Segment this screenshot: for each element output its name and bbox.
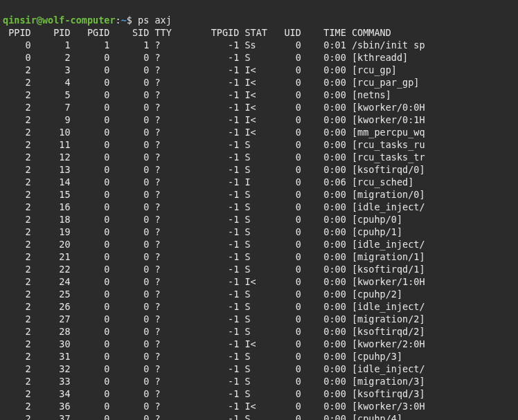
ps-row: 2 33 0 0 ? -1 S 0 0:00 [migration/3] <box>3 376 425 387</box>
ps-row: 2 34 0 0 ? -1 S 0 0:00 [ksoftirqd/3] <box>3 388 425 399</box>
ps-row: 2 12 0 0 ? -1 S 0 0:00 [rcu_tasks_tr <box>3 152 425 163</box>
ps-row: 2 4 0 0 ? -1 I< 0 0:00 [rcu_par_gp] <box>3 77 419 88</box>
ps-row: 0 2 0 0 ? -1 S 0 0:00 [kthreadd] <box>3 52 408 63</box>
ps-row: 2 25 0 0 ? -1 S 0 0:00 [cpuhp/2] <box>3 289 402 300</box>
prompt-path: ~ <box>121 15 127 26</box>
ps-row: 2 9 0 0 ? -1 I< 0 0:00 [kworker/0:1H <box>3 114 425 125</box>
ps-row: 2 16 0 0 ? -1 S 0 0:00 [idle_inject/ <box>3 201 425 212</box>
ps-row: 2 22 0 0 ? -1 S 0 0:00 [ksoftirqd/1] <box>3 264 425 275</box>
ps-row: 2 13 0 0 ? -1 S 0 0:00 [ksoftirqd/0] <box>3 164 425 175</box>
ps-row: 2 20 0 0 ? -1 S 0 0:00 [idle_inject/ <box>3 239 425 250</box>
ps-row: 2 28 0 0 ? -1 S 0 0:00 [ksoftirqd/2] <box>3 326 425 337</box>
command-text[interactable]: ps axj <box>138 15 172 26</box>
ps-row: 2 5 0 0 ? -1 I< 0 0:00 [netns] <box>3 89 391 100</box>
ps-row: 2 26 0 0 ? -1 S 0 0:00 [idle_inject/ <box>3 301 425 312</box>
prompt-separator: : <box>116 15 121 26</box>
ps-rows: 0 1 1 1 ? -1 Ss 0 0:01 /sbin/init sp 0 2… <box>3 39 425 420</box>
prompt-symbol: $ <box>127 15 138 26</box>
ps-row: 2 21 0 0 ? -1 S 0 0:00 [migration/1] <box>3 251 425 262</box>
ps-header-row: PPID PID PGID SID TTY TPGID STAT UID TIM… <box>3 27 391 38</box>
ps-row: 2 19 0 0 ? -1 S 0 0:00 [cpuhp/1] <box>3 226 402 237</box>
ps-row: 0 1 1 1 ? -1 Ss 0 0:01 /sbin/init sp <box>3 39 425 51</box>
ps-row: 2 10 0 0 ? -1 I< 0 0:00 [mm_percpu_wq <box>3 127 425 138</box>
ps-row: 2 30 0 0 ? -1 I< 0 0:00 [kworker/2:0H <box>3 338 425 349</box>
prompt-user: qinsir@wolf-computer <box>3 15 116 26</box>
ps-row: 2 7 0 0 ? -1 I< 0 0:00 [kworker/0:0H <box>3 102 425 113</box>
ps-row: 2 14 0 0 ? -1 I 0 0:06 [rcu_sched] <box>3 176 413 188</box>
ps-row: 2 32 0 0 ? -1 S 0 0:00 [idle_inject/ <box>3 363 425 374</box>
ps-row: 2 31 0 0 ? -1 S 0 0:00 [cpuhp/3] <box>3 351 402 362</box>
ps-row: 2 3 0 0 ? -1 I< 0 0:00 [rcu_gp] <box>3 64 397 75</box>
ps-row: 2 36 0 0 ? -1 I< 0 0:00 [kworker/3:0H <box>3 401 425 412</box>
ps-row: 2 27 0 0 ? -1 S 0 0:00 [migration/2] <box>3 313 425 325</box>
ps-row: 2 15 0 0 ? -1 S 0 0:00 [migration/0] <box>3 189 425 200</box>
ps-row: 2 24 0 0 ? -1 I< 0 0:00 [kworker/1:0H <box>3 276 425 287</box>
ps-row: 2 11 0 0 ? -1 S 0 0:00 [rcu_tasks_ru <box>3 139 425 150</box>
terminal-output: qinsir@wolf-computer:~$ ps axj PPID PID … <box>0 0 518 420</box>
ps-row: 2 18 0 0 ? -1 S 0 0:00 [cpuhp/0] <box>3 214 402 225</box>
ps-row: 2 37 0 0 ? -1 S 0 0:00 [cpuhp/4] <box>3 413 402 420</box>
